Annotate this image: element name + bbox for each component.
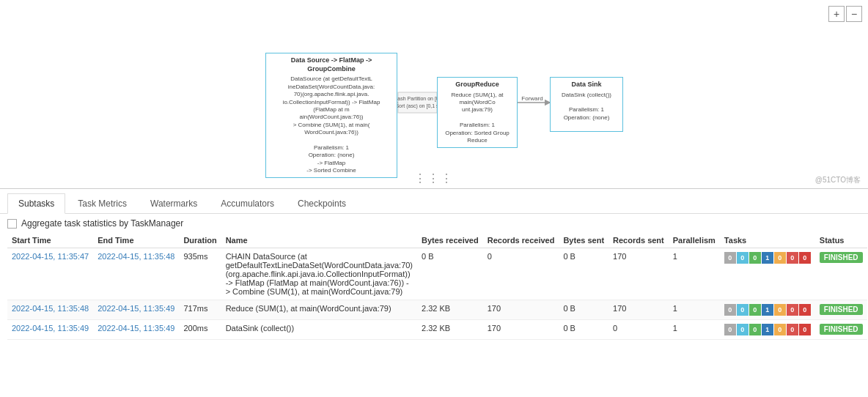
col-start-time: Start Time <box>7 233 93 248</box>
aggregate-label: Aggregate task statistics by TaskManager <box>21 218 183 229</box>
aggregate-checkbox[interactable] <box>7 219 17 229</box>
table-row: 2022-04-15, 11:35:492022-04-15, 11:35:49… <box>7 320 867 340</box>
task-counter-X: 0 <box>787 304 798 316</box>
svg-text:Hash Partition on [0]: Hash Partition on [0] <box>394 96 440 102</box>
task-counter-R: 0 <box>749 324 761 335</box>
zoom-in-button[interactable]: + <box>828 6 845 22</box>
task-counter-C: 0 <box>774 252 786 264</box>
col-duration: Duration <box>179 233 221 248</box>
arrows-svg: Hash Partition on [0] Sort (asc) on [0,1… <box>0 0 868 188</box>
tab-accumulators[interactable]: Accumulators <box>210 193 285 213</box>
task-counter-D: 0 <box>737 304 749 316</box>
col-records-sent: Records sent <box>608 233 669 248</box>
tabs-bar: Subtasks Task Metrics Watermarks Accumul… <box>0 189 868 214</box>
main-node[interactable]: Data Source -> FlatMap -> GroupCombine D… <box>265 53 397 178</box>
main-node-title: Data Source -> FlatMap -> GroupCombine <box>271 56 392 73</box>
task-counter-D: 0 <box>737 324 749 335</box>
svg-text:Sort (asc) on [0,1 s: Sort (asc) on [0,1 s <box>395 103 439 109</box>
col-parallelism: Parallelism <box>669 233 720 248</box>
group-reduce-node[interactable]: GroupReduce Reduce (SUM(1), at main(Word… <box>437 77 518 148</box>
status-badge: FINISHED <box>820 324 863 335</box>
table-row: 2022-04-15, 11:35:482022-04-15, 11:35:49… <box>7 300 867 320</box>
tab-task-metrics[interactable]: Task Metrics <box>67 193 138 213</box>
footer-brand: @51CTO博客 <box>815 175 861 185</box>
bottom-panel: Subtasks Task Metrics Watermarks Accumul… <box>0 189 868 397</box>
task-counter-C: 0 <box>774 324 786 335</box>
task-counter-D: 0 <box>737 252 749 264</box>
zoom-controls: + − <box>828 6 862 22</box>
main-node-content: DataSource (at getDefaultTextL ineDataSe… <box>271 75 392 174</box>
drag-indicator: ⋮⋮⋮ <box>414 171 454 185</box>
status-badge: FINISHED <box>820 252 863 263</box>
table-header: Start Time End Time Duration Name Bytes … <box>7 233 867 248</box>
zoom-out-button[interactable]: − <box>846 6 862 22</box>
data-sink-title: Data Sink <box>555 81 618 89</box>
col-status: Status <box>815 233 867 248</box>
task-counter-S: 0 <box>724 304 736 316</box>
table-row: 2022-04-15, 11:35:472022-04-15, 11:35:48… <box>7 248 867 300</box>
col-end-time: End Time <box>93 233 179 248</box>
aggregate-row: Aggregate task statistics by TaskManager <box>7 218 861 229</box>
task-counter-R: 0 <box>749 252 761 264</box>
task-counter-X: 0 <box>787 324 798 335</box>
task-counter-S: 0 <box>724 252 736 264</box>
task-counters-cell: 0001000 <box>720 248 815 300</box>
col-bytes-sent: Bytes sent <box>559 233 608 248</box>
task-counters-cell: 0001000 <box>720 300 815 320</box>
task-counter-F: 1 <box>762 304 773 316</box>
task-counter-S: 0 <box>724 324 736 335</box>
tab-subtasks[interactable]: Subtasks <box>7 193 65 214</box>
group-reduce-content: Reduce (SUM(1), at main(WordCo unt.java:… <box>442 92 512 145</box>
table-body: 2022-04-15, 11:35:472022-04-15, 11:35:48… <box>7 248 867 340</box>
status-badge: FINISHED <box>820 304 863 315</box>
task-counters-cell: 0001000 <box>720 320 815 340</box>
col-tasks: Tasks <box>720 233 815 248</box>
col-name: Name <box>221 233 417 248</box>
svg-rect-2 <box>398 92 437 113</box>
task-counter-F: 1 <box>762 252 773 264</box>
task-counter-E: 0 <box>799 304 811 316</box>
diagram-area: + − Hash Partition on [0] Sort (asc) on … <box>0 0 868 189</box>
tab-watermarks[interactable]: Watermarks <box>139 193 208 213</box>
subtasks-table: Start Time End Time Duration Name Bytes … <box>7 233 867 340</box>
data-sink-content: DataSink (collect()) Parallelism: 1 Oper… <box>555 92 618 122</box>
task-counter-R: 0 <box>749 304 761 316</box>
svg-text:Forward: Forward <box>521 95 542 102</box>
group-reduce-title: GroupReduce <box>442 81 512 89</box>
col-bytes-received: Bytes received <box>417 233 483 248</box>
table-area: Aggregate task statistics by TaskManager… <box>0 214 868 344</box>
task-counter-C: 0 <box>774 304 786 316</box>
task-counter-F: 1 <box>762 324 773 335</box>
tab-checkpoints[interactable]: Checkpoints <box>287 193 357 213</box>
task-counter-X: 0 <box>787 252 798 264</box>
task-counter-E: 0 <box>799 324 811 335</box>
data-sink-node[interactable]: Data Sink DataSink (collect()) Paralleli… <box>550 77 623 132</box>
task-counter-E: 0 <box>799 252 811 264</box>
col-records-received: Records received <box>483 233 559 248</box>
